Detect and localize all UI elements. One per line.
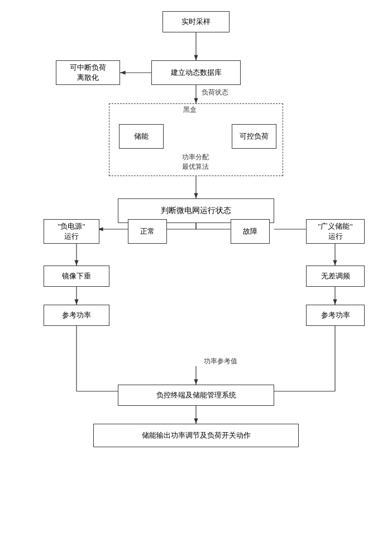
power-dist-label: 功率分配 最优算法 <box>159 153 232 172</box>
black-box-label: 黑盒 <box>179 105 201 115</box>
mirror-droop-label: 镜像下垂 <box>62 271 91 281</box>
judge-microgrid-label: 判断微电网运行状态 <box>161 205 231 216</box>
interruptible-load-label: 可中断负荷 离散化 <box>70 63 106 83</box>
build-db-label: 建立动态数据库 <box>171 68 222 78</box>
broad-storage-box: "广义储能" 运行 <box>306 219 365 244</box>
storage-box: 储能 <box>119 124 164 149</box>
negative-source-box: "负电源" 运行 <box>44 219 99 244</box>
ref-power-right-box: 参考功率 <box>306 305 365 326</box>
load-control-box: 负控终端及储能管理系统 <box>118 385 274 406</box>
no-diff-freq-box: 无差调频 <box>306 266 365 287</box>
load-state-label: 负荷状态 <box>198 88 232 97</box>
interruptible-load-box: 可中断负荷 离散化 <box>56 60 120 85</box>
load-control-label: 负控终端及储能管理系统 <box>156 390 236 400</box>
controllable-load-label: 可控负荷 <box>240 131 269 141</box>
normal-box: 正常 <box>128 219 167 244</box>
controllable-load-box: 可控负荷 <box>232 124 276 149</box>
no-diff-freq-label: 无差调频 <box>321 271 350 281</box>
mirror-droop-box: 镜像下垂 <box>44 266 109 287</box>
storage-output-label: 储能输出功率调节及负荷开关动作 <box>142 430 251 440</box>
realtime-sample-box: 实时采样 <box>162 11 230 32</box>
fault-label: 故障 <box>243 226 257 236</box>
ref-power-left-label: 参考功率 <box>62 310 91 320</box>
build-db-box: 建立动态数据库 <box>151 60 241 85</box>
ref-power-right-label: 参考功率 <box>321 310 350 320</box>
broad-storage-label: "广义储能" 运行 <box>318 221 353 241</box>
negative-source-label: "负电源" 运行 <box>58 221 85 241</box>
ref-power-left-box: 参考功率 <box>44 305 109 326</box>
fault-box: 故障 <box>231 219 270 244</box>
realtime-sample-label: 实时采样 <box>181 17 211 27</box>
power-ref-label: 功率参考值 <box>198 357 243 366</box>
storage-output-box: 储能输出功率调节及负荷开关动作 <box>93 424 299 447</box>
flowchart: 实时采样 建立动态数据库 可中断负荷 离散化 负荷状态 黑盒 储能 可控负荷 功… <box>0 0 392 559</box>
normal-label: 正常 <box>140 226 155 236</box>
storage-label: 储能 <box>134 131 149 141</box>
